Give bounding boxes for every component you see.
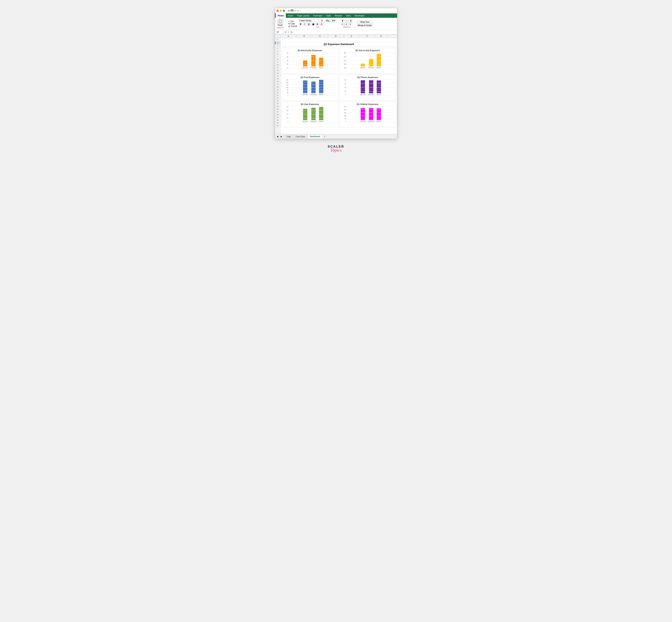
col-header-c[interactable]: C bbox=[312, 35, 328, 38]
bar-group-mar: March bbox=[319, 107, 323, 122]
tab-review[interactable]: Review bbox=[333, 13, 344, 18]
sheet-nav-left[interactable]: ◀ bbox=[276, 135, 279, 138]
font-color-button[interactable]: A bbox=[320, 23, 323, 26]
row-31[interactable]: 31 bbox=[275, 122, 280, 125]
row-26[interactable]: 26 bbox=[275, 108, 280, 111]
row-22[interactable]: 22 bbox=[275, 97, 280, 100]
tab-insert[interactable]: Insert bbox=[286, 13, 295, 18]
row-14[interactable]: 14 bbox=[275, 75, 280, 77]
fill-color-button[interactable]: A bbox=[316, 23, 319, 26]
formula-input[interactable] bbox=[293, 30, 396, 34]
col-header-d[interactable]: D bbox=[328, 35, 344, 38]
gas-bars: January February March bbox=[283, 106, 337, 126]
wrap-text-button[interactable]: Wrap Text bbox=[357, 21, 373, 24]
merge-center-button[interactable]: Merge & Center bbox=[357, 24, 373, 27]
bold-button[interactable]: B bbox=[299, 23, 302, 26]
decrease-font-button[interactable]: A▼ bbox=[331, 19, 337, 22]
row-2[interactable]: 2 bbox=[275, 41, 280, 44]
save-icon[interactable]: 💾 bbox=[291, 9, 294, 12]
close-button[interactable] bbox=[276, 10, 279, 12]
row-24[interactable]: 24 bbox=[275, 102, 280, 105]
row-10[interactable]: 10 bbox=[275, 64, 280, 66]
row-7[interactable]: 7 bbox=[275, 55, 280, 58]
align-center-button[interactable]: ≡ bbox=[345, 23, 348, 26]
chart-fuel: Q1 Fuel Expenses 120 100 80 60 40 20 0 bbox=[282, 75, 338, 100]
bar-feb-label: February bbox=[310, 120, 316, 122]
cancel-formula-icon[interactable]: ✕ bbox=[285, 31, 287, 34]
row-28[interactable]: 28 bbox=[275, 113, 280, 116]
row-18[interactable]: 18 bbox=[275, 86, 280, 89]
dashboard-title: Q1 Expenses Dashboard bbox=[282, 43, 396, 47]
row-15[interactable]: 15 bbox=[275, 77, 280, 80]
col-header-b[interactable]: B bbox=[296, 35, 312, 38]
row-32[interactable]: 32 bbox=[275, 125, 280, 127]
row-9[interactable]: 9 bbox=[275, 61, 280, 64]
cell-reference-input[interactable] bbox=[276, 30, 284, 34]
bar-feb-label: February bbox=[368, 94, 374, 96]
sheet-nav-right[interactable]: ▶ bbox=[280, 135, 283, 138]
row-8[interactable]: 8 bbox=[275, 58, 280, 61]
tab-developer[interactable]: Developer bbox=[352, 13, 366, 18]
cut-item[interactable]: ✂ Cut bbox=[288, 20, 297, 22]
row-17[interactable]: 17 bbox=[275, 83, 280, 86]
row-5[interactable]: 5 bbox=[275, 50, 280, 53]
confirm-formula-icon[interactable]: ✓ bbox=[288, 31, 290, 34]
row-23[interactable]: 23 bbox=[275, 100, 280, 102]
redo-icon[interactable]: ↪ bbox=[297, 9, 299, 12]
tab-view[interactable]: View bbox=[344, 13, 352, 18]
y-label-40: 40 bbox=[287, 114, 288, 115]
increase-font-button[interactable]: A▲ bbox=[325, 19, 331, 22]
copy-item[interactable]: ⧉ Copy bbox=[288, 23, 297, 25]
col-header-g[interactable]: G bbox=[375, 35, 387, 38]
tab-data[interactable]: Data bbox=[324, 13, 333, 18]
align-bottom-button[interactable]: ⬇ bbox=[349, 20, 352, 22]
font-group: A▲ A▼ B I U ▦ A A Font bbox=[299, 19, 338, 28]
row-25[interactable]: 25 bbox=[275, 105, 280, 108]
tab-home[interactable]: Home bbox=[276, 13, 286, 18]
font-size-input[interactable] bbox=[319, 19, 325, 22]
font-group-label: Font bbox=[316, 26, 320, 28]
bar-jan bbox=[361, 108, 365, 120]
row-12[interactable]: 12 bbox=[275, 69, 280, 72]
row-4[interactable]: 4 bbox=[275, 47, 280, 50]
underline-button[interactable]: U bbox=[307, 23, 311, 26]
row-27[interactable]: 27 bbox=[275, 111, 280, 113]
row-19[interactable]: 19 bbox=[275, 89, 280, 91]
format-item[interactable]: 🖌 Format bbox=[288, 25, 297, 27]
col-header-e[interactable]: E bbox=[344, 35, 360, 38]
align-left-button[interactable]: ≡ bbox=[341, 23, 344, 26]
col-header-f[interactable]: F bbox=[360, 35, 375, 38]
align-top-button[interactable]: ⬆ bbox=[341, 20, 344, 22]
font-name-input[interactable] bbox=[299, 19, 319, 22]
row-1[interactable]: 1 bbox=[275, 38, 280, 41]
row-16[interactable]: 16 bbox=[275, 80, 280, 83]
bar-feb-label: February bbox=[310, 67, 316, 69]
align-right-button[interactable]: ≡ bbox=[349, 23, 352, 26]
row-3[interactable]: 3 bbox=[275, 44, 280, 47]
tab-page-layout[interactable]: Page Layout bbox=[295, 13, 311, 18]
align-middle-button[interactable]: ↔ bbox=[345, 20, 349, 22]
row-30[interactable]: 30 bbox=[275, 119, 280, 122]
maximize-button[interactable] bbox=[283, 10, 285, 12]
row-13[interactable]: 13 bbox=[275, 72, 280, 75]
paste-button[interactable]: 📋 Paste bbox=[277, 19, 283, 26]
row-11[interactable]: 11 bbox=[275, 66, 280, 69]
chart-vehicle: Q1 Vehicle Expenses 250 200 150 100 50 0 bbox=[339, 102, 396, 127]
chart-fuel-area: 120 100 80 60 40 20 0 bbox=[283, 79, 337, 99]
tab-formulas[interactable]: Formulas bbox=[311, 13, 324, 18]
italic-button[interactable]: I bbox=[303, 23, 306, 26]
row-29[interactable]: 29 bbox=[275, 116, 280, 119]
row-20[interactable]: 20 bbox=[275, 91, 280, 94]
minimize-button[interactable] bbox=[280, 10, 282, 12]
sheet-add-button[interactable]: + bbox=[323, 135, 327, 138]
sheet-tab-dashboard[interactable]: Dashboard bbox=[307, 135, 322, 138]
sheet-tab-data[interactable]: Data bbox=[285, 135, 293, 138]
cut-label: Cut bbox=[291, 20, 294, 22]
sheet-tab-chart-data[interactable]: Chart Data bbox=[293, 135, 307, 138]
row-6[interactable]: 6 bbox=[275, 53, 280, 55]
undo-icon[interactable]: ↩ bbox=[294, 9, 296, 12]
col-header-a[interactable]: A bbox=[281, 35, 296, 38]
row-21[interactable]: 21 bbox=[275, 94, 280, 97]
insert-function-icon[interactable]: fx bbox=[291, 31, 293, 34]
border-button[interactable]: ▦ bbox=[311, 23, 315, 26]
